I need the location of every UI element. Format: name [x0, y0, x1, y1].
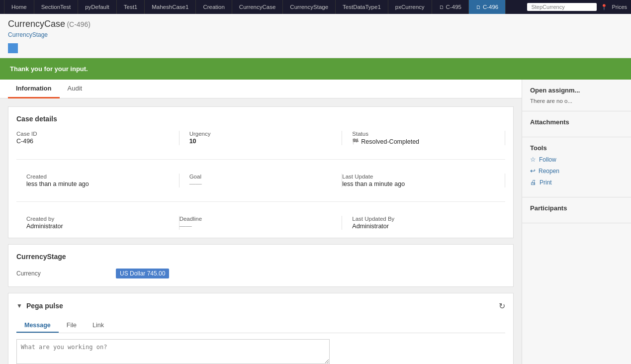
- attachments-section: Attachments: [522, 111, 631, 137]
- nav-tab-c496[interactable]: 🗋 C-496: [469, 0, 506, 14]
- print-label: Print: [540, 179, 552, 186]
- status-badge: 🏁 Resolved-Completed: [352, 138, 419, 145]
- content-area: Case details Case ID C-496 Urgency 10 St…: [0, 98, 522, 364]
- follow-icon: ☆: [530, 156, 536, 163]
- pulse-tab-link[interactable]: Link: [85, 319, 112, 333]
- lastupdate-label: Last Update: [342, 174, 497, 180]
- reopen-label: Reopen: [539, 168, 559, 175]
- success-banner: Thank you for your input.: [0, 58, 631, 80]
- main-content-area: Information Audit Case details Case ID C…: [0, 80, 522, 364]
- tabs-bar: Information Audit: [0, 80, 522, 98]
- case-header: CurrencyCase (C-496) CurrencyStage: [0, 14, 631, 58]
- top-nav-right: 📍 Prices: [527, 3, 627, 11]
- reopen-link[interactable]: ↩ Reopen: [530, 167, 623, 175]
- case-title: CurrencyCase: [8, 19, 65, 29]
- top-nav-bar: Home SectionTest pyDefault Test1 MaheshC…: [0, 0, 631, 14]
- collapse-icon[interactable]: ▼: [16, 302, 22, 309]
- currency-stage-section: CurrencyStage Currency US Dollar 745.00: [8, 244, 514, 287]
- right-sidebar: Open assignm... There are no o... Attach…: [522, 80, 631, 364]
- detail-urgency-col: Urgency 10: [180, 131, 343, 145]
- print-icon: 🖨: [530, 179, 537, 186]
- nav-tab-c495[interactable]: 🗋 C-495: [432, 0, 469, 14]
- case-details-card: Case details Case ID C-496 Urgency 10 St…: [8, 106, 514, 238]
- tab-icon-c495: 🗋: [439, 4, 444, 10]
- nav-location-icon: 📍: [601, 4, 608, 10]
- flag-icon: 🏁: [352, 138, 359, 145]
- deadline-label: Deadline: [180, 216, 334, 222]
- currency-label: Currency: [16, 270, 116, 277]
- detail-case-id-col: Case ID C-496: [16, 131, 180, 145]
- stage-color-indicator: [8, 43, 18, 53]
- reopen-icon: ↩: [530, 167, 536, 175]
- urgency-value: 10: [189, 138, 334, 145]
- open-assignments-title: Open assignm...: [530, 87, 623, 94]
- detail-row-divider-2: [16, 201, 505, 202]
- pega-pulse-section: ▼ Pega pulse ↻ Message File Link: [8, 293, 514, 364]
- case-details-title: Case details: [16, 115, 505, 123]
- pulse-tabs: Message File Link: [16, 319, 505, 333]
- search-input[interactable]: [527, 3, 597, 11]
- nav-tab-currencystage[interactable]: CurrencyStage: [283, 0, 336, 14]
- detail-deadline-col: Deadline ——: [180, 216, 343, 230]
- nav-tab-pydefault[interactable]: pyDefault: [78, 0, 117, 14]
- participants-section: Participants: [522, 197, 631, 223]
- case-stage-link[interactable]: CurrencyStage: [8, 31, 48, 38]
- follow-link[interactable]: ☆ Follow: [530, 156, 623, 163]
- tools-section: Tools ☆ Follow ↩ Reopen 🖨 Print: [522, 137, 631, 197]
- follow-label: Follow: [539, 156, 556, 163]
- detail-lastupdatedby-col: Last Updated By Administrator: [342, 216, 505, 230]
- createdby-label: Created by: [26, 216, 171, 222]
- goal-value: ——: [189, 181, 334, 187]
- case-details-grid: Case ID C-496 Urgency 10 Status 🏁 Resolv…: [16, 131, 505, 230]
- open-assignments-section: Open assignm... There are no o...: [522, 80, 631, 111]
- detail-goal-col: Goal ——: [180, 174, 343, 187]
- nav-tab-creation[interactable]: Creation: [196, 0, 232, 14]
- nav-tab-testdatatype1[interactable]: TestDataType1: [336, 0, 388, 14]
- open-assignments-empty: There are no o...: [530, 98, 623, 104]
- nav-tab-pxcurrency[interactable]: pxCurrency: [388, 0, 432, 14]
- tab-audit[interactable]: Audit: [60, 80, 90, 98]
- nav-tab-home[interactable]: Home: [4, 0, 34, 14]
- createdby-value: Administrator: [26, 223, 171, 230]
- status-label: Status: [352, 131, 497, 137]
- participants-title: Participants: [530, 204, 623, 212]
- currency-stage-title: CurrencyStage: [16, 253, 505, 261]
- lastupdatedby-label: Last Updated By: [352, 216, 497, 222]
- currency-field-row: Currency US Dollar 745.00: [16, 269, 505, 278]
- pulse-tab-message[interactable]: Message: [16, 319, 59, 333]
- detail-row-divider-1: [16, 159, 505, 160]
- nav-tab-maheshcase1[interactable]: MaheshCase1: [145, 0, 196, 14]
- pulse-title: Pega pulse: [26, 302, 63, 310]
- created-value: less than a minute ago: [26, 181, 171, 187]
- deadline-value: ——: [180, 223, 334, 230]
- created-label: Created: [26, 174, 171, 180]
- case-id-value: C-496: [16, 138, 171, 145]
- nav-tab-sectiontest[interactable]: SectionTest: [34, 0, 78, 14]
- status-value: 🏁 Resolved-Completed: [352, 138, 497, 145]
- pulse-tab-file[interactable]: File: [59, 319, 85, 333]
- detail-lastupdate-col: Last Update less than a minute ago: [342, 174, 505, 187]
- main-layout: Information Audit Case details Case ID C…: [0, 80, 631, 364]
- lastupdatedby-value: Administrator: [352, 223, 497, 230]
- detail-status-col: Status 🏁 Resolved-Completed: [342, 131, 505, 145]
- goal-label: Goal: [189, 174, 334, 180]
- case-id-label: Case ID: [16, 131, 171, 137]
- tab-information[interactable]: Information: [8, 80, 60, 98]
- lastupdate-value: less than a minute ago: [342, 181, 497, 187]
- currency-value: US Dollar 745.00: [116, 269, 169, 278]
- attachments-title: Attachments: [530, 118, 623, 126]
- pulse-message-input[interactable]: [16, 339, 330, 364]
- nav-user-label: Prices: [612, 4, 627, 10]
- refresh-button[interactable]: ↻: [499, 301, 505, 311]
- tab-icon-c496: 🗋: [476, 4, 481, 10]
- tools-title: Tools: [530, 144, 623, 152]
- detail-createdby-col: Created by Administrator: [16, 216, 180, 230]
- print-link[interactable]: 🖨 Print: [530, 179, 623, 186]
- pulse-header: ▼ Pega pulse ↻: [16, 301, 505, 311]
- nav-tab-test1[interactable]: Test1: [117, 0, 145, 14]
- urgency-label: Urgency: [189, 131, 334, 137]
- nav-tab-currencycase[interactable]: CurrencyCase: [232, 0, 283, 14]
- detail-created-col: Created less than a minute ago: [16, 174, 180, 187]
- case-id-header: (C-496): [67, 20, 90, 28]
